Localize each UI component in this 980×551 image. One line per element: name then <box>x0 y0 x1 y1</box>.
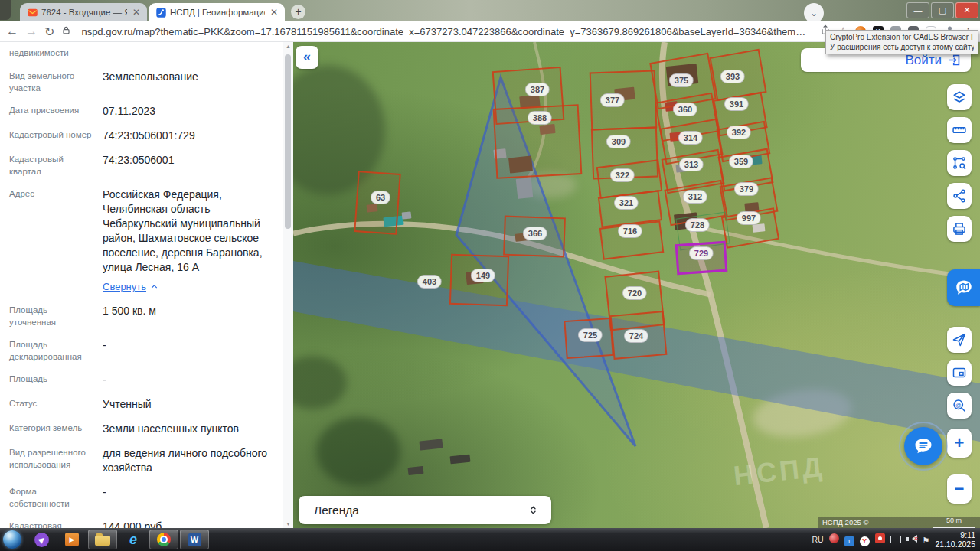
attribute-value: Землепользование <box>103 70 275 94</box>
object-search-button[interactable] <box>947 150 972 176</box>
tooltip-line1: CryptoPro Extension for CAdES Browser Pl… <box>830 32 974 42</box>
tray-flag-icon[interactable]: ⚑ <box>923 533 930 546</box>
parcel-number-badge[interactable]: 321 <box>614 196 639 210</box>
tab-close-icon[interactable]: ✕ <box>268 7 280 18</box>
coordinate-search-icon: @ <box>952 398 967 413</box>
coordinate-search-button[interactable]: @ <box>947 393 972 419</box>
attribute-row: Кадастровая стоимость144 000 руб. <box>9 520 275 528</box>
sidebar-collapse-button[interactable]: « <box>296 46 318 69</box>
address-collapse-link[interactable]: Свернуть <box>103 279 275 294</box>
reload-button[interactable]: ↻ <box>44 24 54 39</box>
tray-volume-muted-icon[interactable]: × <box>906 533 917 546</box>
close-button[interactable]: ✕ <box>956 2 978 18</box>
attribute-value: Учтенный <box>103 397 275 412</box>
legend-bar[interactable]: Легенда <box>299 496 551 524</box>
zoom-in-button[interactable]: + <box>947 429 972 458</box>
parcel-number-badge[interactable]: 725 <box>578 328 603 342</box>
tray-agent-icon[interactable]: 1 <box>844 533 854 546</box>
maximize-button[interactable]: ▢ <box>931 2 954 18</box>
parcel-number-badge[interactable]: 375 <box>669 73 694 87</box>
tab-search-button[interactable]: ⌄ <box>804 3 824 23</box>
attribute-row: Площадь уточненная1 500 кв. м <box>9 304 275 328</box>
tray-yandex-icon[interactable]: Y <box>860 533 870 546</box>
start-button[interactable] <box>3 530 21 549</box>
tray-display-icon[interactable] <box>890 533 901 546</box>
tray-kaspersky-icon[interactable] <box>829 533 839 546</box>
scroll-down-icon[interactable]: ▼ <box>283 521 293 527</box>
browser-tab-mail[interactable]: 7624 - Входящие — Яндекс Поч... ✕ <box>20 3 147 21</box>
parcel-number-badge[interactable]: 997 <box>737 211 761 225</box>
parcel-number-badge[interactable]: 393 <box>720 70 745 83</box>
layers-button[interactable] <box>947 84 972 110</box>
parcel-number-badge[interactable]: 403 <box>417 275 442 289</box>
parcel-number-badge[interactable]: 322 <box>610 168 635 182</box>
print-button[interactable] <box>947 216 972 242</box>
taskbar-app-word[interactable]: W <box>180 530 209 549</box>
tab-close-icon[interactable]: ✕ <box>130 7 142 18</box>
parcel-number-badge[interactable]: 716 <box>618 224 642 238</box>
ruler-button[interactable] <box>947 117 972 143</box>
attribute-label: Площадь <box>9 373 103 387</box>
chrome-icon <box>157 533 171 546</box>
ruler-icon <box>952 122 967 138</box>
taskbar-app-media-player[interactable]: ▶ <box>57 530 87 549</box>
parcel-number-badge[interactable]: 366 <box>523 227 547 240</box>
parcel-number-badge[interactable]: 720 <box>622 286 647 300</box>
legend-sort-icon <box>527 504 540 517</box>
feedback-icon <box>954 278 974 298</box>
extension-tooltip: CryptoPro Extension for CAdES Browser Pl… <box>825 30 978 54</box>
taskbar-app-file-explorer[interactable] <box>88 530 117 549</box>
taskbar-app-yandex-browser[interactable]: ▶ <box>27 530 56 549</box>
parcel-number-badge[interactable]: 388 <box>528 111 552 125</box>
new-tab-button[interactable]: + <box>291 5 305 19</box>
time: 9:11 <box>960 530 975 540</box>
forward-button[interactable]: → <box>25 24 38 38</box>
clock[interactable]: 9:11 21.10.2025 <box>935 530 975 549</box>
map-canvas[interactable]: 3873883773093753933603913143923133593123… <box>293 42 980 528</box>
scroll-up-icon[interactable]: ▲ <box>283 44 293 49</box>
attribute-label: Площадь декларированная <box>9 338 103 363</box>
share-button[interactable] <box>947 183 972 209</box>
parcel-number-badge[interactable]: 391 <box>724 97 749 111</box>
taskbar-app-internet-explorer[interactable]: e <box>119 530 148 549</box>
location-arrow-button[interactable] <box>947 327 972 353</box>
scrollbar-thumb[interactable] <box>285 54 291 229</box>
building <box>408 466 424 475</box>
parcel-number-badge[interactable]: 377 <box>600 93 625 107</box>
taskbar-apps: ▶▶eW <box>26 530 210 549</box>
parcel-number-badge[interactable]: 313 <box>679 158 704 171</box>
parcel-number-badge[interactable]: 359 <box>729 155 753 168</box>
location-arrow-icon <box>952 332 967 347</box>
login-label[interactable]: Войти <box>905 53 942 68</box>
url-field[interactable]: nspd.gov.ru/map?thematic=PKK&zoom=17.167… <box>81 26 808 37</box>
screenshot-button[interactable] <box>947 360 972 386</box>
attribute-value: 74:23:0506001:729 <box>103 129 275 143</box>
parcel-number-badge[interactable]: 379 <box>734 182 759 196</box>
parcel-number-badge[interactable]: 387 <box>525 83 550 96</box>
attribute-label: Вид разрешенного использования <box>9 446 103 475</box>
share-icon <box>952 188 967 204</box>
parcel-number-badge[interactable]: 729 <box>689 246 714 260</box>
parcel-number-badge[interactable]: 360 <box>673 103 697 116</box>
parcel-number-badge[interactable]: 724 <box>624 329 648 343</box>
tray-screenshare-icon[interactable] <box>875 533 885 546</box>
browser-tab-nspd[interactable]: НСПД | Геоинформационный п... ✕ <box>149 3 285 21</box>
attribute-label: Площадь уточненная <box>9 304 103 328</box>
parcel-number-badge[interactable]: 314 <box>678 131 703 145</box>
parcel-number-badge[interactable]: 149 <box>471 269 495 282</box>
minimize-button[interactable]: — <box>906 2 929 18</box>
attribution-text: НСПД 2025 © <box>822 518 868 527</box>
language-indicator[interactable]: RU <box>812 535 823 544</box>
parcel-number-badge[interactable]: 728 <box>685 218 710 232</box>
parcel-number-badge[interactable]: 392 <box>727 126 751 139</box>
back-button[interactable]: ← <box>6 24 18 38</box>
parcel-number-badge[interactable]: 312 <box>683 190 707 204</box>
parcel-number-badge[interactable]: 309 <box>606 135 631 148</box>
chat-button[interactable] <box>904 427 942 465</box>
feedback-button[interactable] <box>947 269 980 306</box>
zoom-out-button[interactable]: − <box>947 474 972 504</box>
legend-label: Легенда <box>299 504 527 517</box>
sidebar-scrollbar[interactable]: ▲ ▼ <box>283 42 293 528</box>
taskbar-app-chrome[interactable] <box>149 530 178 549</box>
parcel-number-badge[interactable]: 63 <box>371 191 390 204</box>
